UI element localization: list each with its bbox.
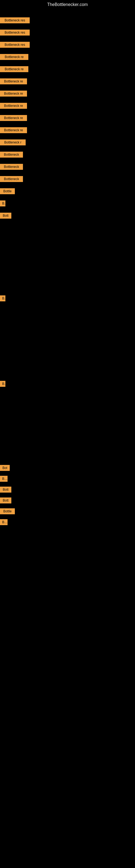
bottleneck-button-15[interactable]: Bottle (0, 188, 15, 194)
bottleneck-button-19[interactable]: B (0, 381, 5, 387)
bottleneck-button-25[interactable]: Bo (0, 519, 8, 525)
bottleneck-button-8[interactable]: Bottleneck re (0, 103, 27, 109)
site-title: TheBottlenecker.com (0, 0, 135, 9)
bottleneck-button-12[interactable]: Bottleneck (0, 152, 23, 158)
bottleneck-button-14[interactable]: Bottleneck (0, 176, 23, 182)
bottleneck-button-18[interactable]: B (0, 296, 5, 301)
bottleneck-button-9[interactable]: Bottleneck re (0, 115, 27, 121)
bottleneck-button-11[interactable]: Bottleneck r (0, 140, 26, 145)
bottleneck-button-5[interactable]: Bottleneck re (0, 66, 28, 72)
bottleneck-button-4[interactable]: Bottleneck re (0, 54, 28, 60)
bottleneck-button-22[interactable]: Bott (0, 487, 11, 493)
bottleneck-button-20[interactable]: Bot (0, 465, 10, 471)
bottleneck-button-21[interactable]: Bo (0, 476, 8, 482)
bottleneck-button-10[interactable]: Bottleneck re (0, 127, 27, 133)
bottleneck-button-23[interactable]: Bott (0, 497, 11, 503)
bottleneck-button-7[interactable]: Bottleneck re (0, 91, 27, 97)
bottleneck-button-1[interactable]: Bottleneck res (0, 18, 30, 23)
bottleneck-button-24[interactable]: Bottle (0, 508, 15, 514)
bottleneck-button-17[interactable]: Bott (0, 213, 11, 219)
bottleneck-button-2[interactable]: Bottleneck res (0, 30, 30, 35)
bottleneck-button-3[interactable]: Bottleneck res (0, 42, 30, 48)
bottleneck-button-16[interactable]: B (0, 200, 5, 207)
bottleneck-button-13[interactable]: Bottleneck (0, 164, 23, 170)
bottleneck-button-6[interactable]: Bottleneck re (0, 79, 27, 84)
